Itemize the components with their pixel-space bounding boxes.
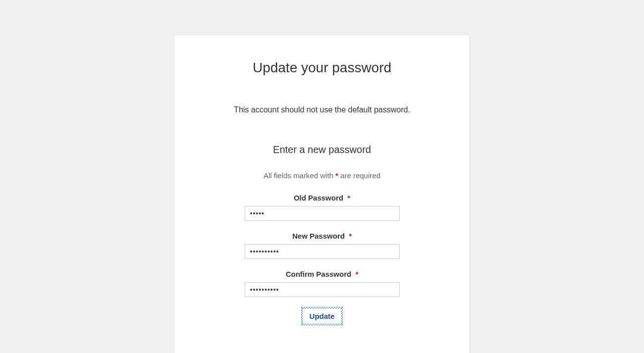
new-password-label: New Password * <box>194 232 450 240</box>
new-password-label-text: New Password <box>292 232 345 240</box>
page-title: Update your password <box>194 60 450 76</box>
confirm-password-input[interactable] <box>245 282 400 297</box>
confirm-password-group: Confirm Password * <box>194 270 450 297</box>
update-password-card: Update your password This account should… <box>174 35 470 353</box>
submit-row: Update <box>194 308 450 324</box>
new-password-group: New Password * <box>194 232 450 259</box>
required-note-prefix: All fields marked with <box>264 171 335 180</box>
old-password-input[interactable] <box>245 206 400 221</box>
required-fields-note: All fields marked with * are required <box>194 171 450 180</box>
confirm-password-label-text: Confirm Password <box>286 270 352 278</box>
required-note-suffix: are required <box>338 171 380 180</box>
required-asterisk-icon: * <box>349 232 352 240</box>
old-password-group: Old Password * <box>194 194 450 221</box>
section-title: Enter a new password <box>194 144 450 155</box>
old-password-label: Old Password * <box>194 194 450 202</box>
required-asterisk-icon: * <box>347 194 350 202</box>
new-password-input[interactable] <box>245 244 400 259</box>
default-password-notice: This account should not use the default … <box>194 105 450 114</box>
update-button[interactable]: Update <box>302 308 342 324</box>
old-password-label-text: Old Password <box>294 194 343 202</box>
required-asterisk-icon: * <box>356 270 359 278</box>
confirm-password-label: Confirm Password * <box>194 270 450 278</box>
